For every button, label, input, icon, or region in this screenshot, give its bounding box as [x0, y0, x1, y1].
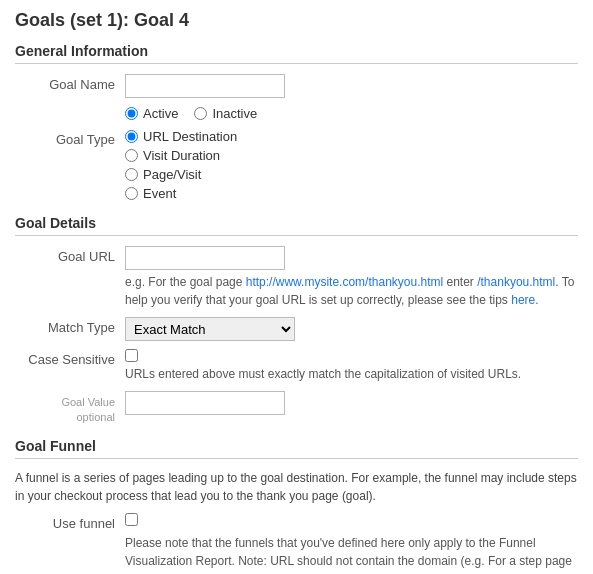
- goal-value-label: Goal Value optional: [15, 391, 125, 424]
- inactive-option: Inactive: [194, 106, 257, 121]
- case-sensitive-checkbox[interactable]: [125, 349, 138, 362]
- goal-name-control: [125, 74, 578, 98]
- goal-url-help: e.g. For the goal page http://www.mysite…: [125, 273, 578, 309]
- use-funnel-control: Please note that the funnels that you've…: [125, 513, 578, 574]
- goal-value-input[interactable]: [125, 391, 285, 415]
- match-type-label: Match Type: [15, 317, 125, 335]
- page-title: Goals (set 1): Goal 4: [15, 10, 578, 31]
- general-information-heading: General Information: [15, 43, 578, 64]
- use-funnel-row: Use funnel Please note that the funnels …: [15, 513, 578, 574]
- case-sensitive-label: Case Sensitive: [15, 349, 125, 367]
- case-sensitive-control: URLs entered above must exactly match th…: [125, 349, 578, 383]
- help-mid: enter: [443, 275, 477, 289]
- goal-value-row: Goal Value optional: [15, 391, 578, 424]
- inactive-radio[interactable]: [194, 107, 207, 120]
- goal-funnel-heading: Goal Funnel: [15, 438, 578, 459]
- match-type-row: Match Type Exact Match Head Match Regula…: [15, 317, 578, 341]
- active-radio[interactable]: [125, 107, 138, 120]
- case-sensitive-row: Case Sensitive URLs entered above must e…: [15, 349, 578, 383]
- help-pre: e.g. For the goal page: [125, 275, 246, 289]
- goal-type-label: Goal Type: [15, 129, 125, 147]
- funnel-note: Please note that the funnels that you've…: [125, 534, 578, 574]
- goal-type-visit-label: Visit Duration: [143, 148, 220, 163]
- goal-type-event: Event: [125, 186, 578, 201]
- goal-url-row: Goal URL e.g. For the goal page http://w…: [15, 246, 578, 309]
- use-funnel-checkbox[interactable]: [125, 513, 138, 526]
- funnel-description: A funnel is a series of pages leading up…: [15, 469, 578, 505]
- goal-type-page-visit: Page/Visit: [125, 167, 578, 182]
- match-type-control: Exact Match Head Match Regular Expressio…: [125, 317, 578, 341]
- inactive-label: Inactive: [212, 106, 257, 121]
- active-option: Active: [125, 106, 178, 121]
- goal-type-visit-radio[interactable]: [125, 149, 138, 162]
- goal-value-text: Goal Value: [61, 396, 115, 408]
- help-end: .: [535, 293, 538, 307]
- goal-type-event-radio[interactable]: [125, 187, 138, 200]
- case-sensitive-checkbox-row: [125, 349, 578, 362]
- active-inactive-row: Active Inactive: [15, 106, 578, 121]
- help-link1[interactable]: http://www.mysite.com/thankyou.html: [246, 275, 443, 289]
- goal-type-options: URL Destination Visit Duration Page/Visi…: [125, 129, 578, 201]
- goal-value-control: [125, 391, 578, 415]
- goal-type-url-label: URL Destination: [143, 129, 237, 144]
- goal-name-label: Goal Name: [15, 74, 125, 92]
- goal-name-input[interactable]: [125, 74, 285, 98]
- general-information-section: General Information Goal Name Active Ina…: [15, 43, 578, 201]
- goal-url-label: Goal URL: [15, 246, 125, 264]
- goal-type-page-radio[interactable]: [125, 168, 138, 181]
- goal-url-input[interactable]: [125, 246, 285, 270]
- goal-value-optional: optional: [76, 411, 115, 423]
- help-link3[interactable]: here: [511, 293, 535, 307]
- goal-type-url-destination: URL Destination: [125, 129, 578, 144]
- goal-name-row: Goal Name: [15, 74, 578, 98]
- funnel-note-pre: Please note that the funnels that you've…: [125, 536, 572, 568]
- case-sensitive-help: URLs entered above must exactly match th…: [125, 365, 578, 383]
- goal-type-event-label: Event: [143, 186, 176, 201]
- goal-type-row: Goal Type URL Destination Visit Duration…: [15, 129, 578, 201]
- goal-details-section: Goal Details Goal URL e.g. For the goal …: [15, 215, 578, 424]
- help-link2[interactable]: /thankyou.html: [477, 275, 555, 289]
- goal-type-visit-duration: Visit Duration: [125, 148, 578, 163]
- goal-funnel-section: Goal Funnel A funnel is a series of page…: [15, 438, 578, 574]
- goal-details-heading: Goal Details: [15, 215, 578, 236]
- active-label: Active: [143, 106, 178, 121]
- use-funnel-label: Use funnel: [15, 513, 125, 531]
- match-type-select[interactable]: Exact Match Head Match Regular Expressio…: [125, 317, 295, 341]
- goal-url-control: e.g. For the goal page http://www.mysite…: [125, 246, 578, 309]
- goal-type-url-radio[interactable]: [125, 130, 138, 143]
- goal-type-page-label: Page/Visit: [143, 167, 201, 182]
